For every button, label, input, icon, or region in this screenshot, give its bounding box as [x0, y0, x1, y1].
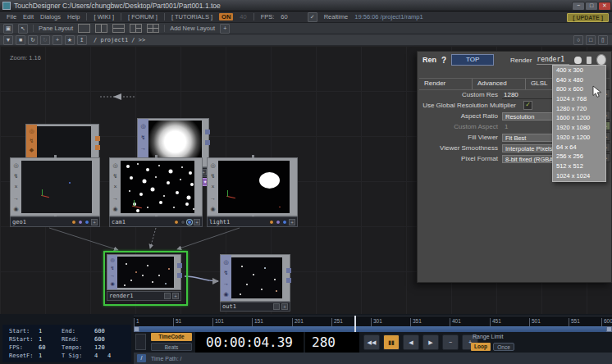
- display-flag-dot[interactable]: [84, 220, 89, 225]
- range-bar[interactable]: [134, 326, 612, 332]
- render1-viewer[interactable]: [117, 257, 174, 288]
- forum-link[interactable]: [ FORUM ]: [128, 13, 158, 20]
- export-flag-icon[interactable]: →: [112, 195, 118, 201]
- menu-dialogs[interactable]: Dialogs: [40, 13, 61, 20]
- render-flag-dot[interactable]: [71, 220, 76, 225]
- tab-advanced[interactable]: Advanced: [473, 79, 526, 89]
- render1-namebar[interactable]: render1 +: [107, 291, 181, 301]
- cook-flag-icon[interactable]: ↯: [30, 138, 34, 143]
- out1-namebar[interactable]: out1 +: [220, 302, 290, 312]
- param-label[interactable]: Viewer Smoothness: [418, 144, 502, 152]
- node-render1[interactable]: ◎ ↯ → ◉: [107, 254, 181, 290]
- pickable-flag-dot-off[interactable]: [180, 220, 185, 225]
- update-button[interactable]: [ UPDATE ]: [567, 13, 609, 22]
- out1-viewer[interactable]: [231, 257, 282, 298]
- breadcrumb[interactable]: / project1 / >>: [94, 37, 145, 43]
- output-connector[interactable]: [177, 273, 182, 278]
- pickable-flag-dot[interactable]: [276, 220, 281, 225]
- param-label[interactable]: Aspect Ratio: [418, 112, 502, 120]
- on-toggle[interactable]: ON: [219, 13, 233, 20]
- layout-preset-threesplit[interactable]: [130, 24, 142, 33]
- display-flag-dot[interactable]: [282, 220, 287, 225]
- output-connector[interactable]: [205, 140, 210, 145]
- menu-item[interactable]: 1920 x 1080: [553, 123, 605, 133]
- light1-viewer[interactable]: [218, 161, 290, 213]
- output-connector[interactable]: [286, 278, 291, 283]
- geo1-viewer[interactable]: [21, 161, 92, 213]
- layout-preset-vsplit[interactable]: [95, 24, 107, 33]
- viewer-flag-icon[interactable]: ◎: [210, 162, 215, 168]
- menu-item[interactable]: 1920 x 1200: [553, 133, 605, 143]
- comment-icon[interactable]: [574, 57, 582, 64]
- node-out1[interactable]: ◎ ↯ → ◉: [220, 254, 290, 302]
- viewer-mode-icon[interactable]: ▣: [3, 24, 13, 34]
- lock-button[interactable]: [273, 303, 280, 310]
- expand-plus-button[interactable]: +: [91, 219, 98, 225]
- output-connector[interactable]: [95, 145, 100, 150]
- viewer-flag-icon[interactable]: ◎: [112, 162, 117, 168]
- step-back-button[interactable]: −: [442, 334, 459, 350]
- menu-item[interactable]: 512 x 512: [553, 162, 605, 171]
- refresh-dim-icon[interactable]: ↻: [40, 35, 50, 45]
- viewer-flag-icon[interactable]: ◎: [223, 259, 228, 265]
- pointer-icon[interactable]: ↖: [18, 24, 28, 34]
- menu-item[interactable]: 256 x 256: [553, 152, 605, 162]
- wiki-link[interactable]: [ WIKI ]: [94, 13, 114, 20]
- pane-maximize-icon[interactable]: □: [586, 35, 596, 45]
- cook-flag-icon[interactable]: ↯: [211, 173, 216, 179]
- loop-button[interactable]: Loop: [471, 343, 491, 351]
- frame-ruler[interactable]: 1 51 101 151 201 251 301 351 401 451 501…: [134, 316, 612, 327]
- display-flag-dot[interactable]: [187, 220, 192, 225]
- beats-mode-button[interactable]: Beats: [151, 343, 192, 351]
- realtime-checkbox[interactable]: ✓: [308, 12, 317, 22]
- op-name-field[interactable]: render1: [537, 56, 569, 65]
- tutorials-link[interactable]: [ TUTORIALS ]: [171, 13, 212, 20]
- top-family-button[interactable]: TOP: [451, 54, 494, 66]
- viewer-flag-icon[interactable]: ◎: [29, 128, 34, 134]
- help-icon[interactable]: ?: [441, 56, 446, 65]
- export-flag-icon[interactable]: →: [110, 273, 115, 279]
- render-flag-icon[interactable]: ◆: [30, 147, 34, 152]
- expand-plus-button[interactable]: +: [172, 293, 179, 299]
- viewer-flag-icon[interactable]: ◎: [140, 123, 145, 129]
- layout-preset-quad[interactable]: [147, 24, 159, 33]
- expand-plus-button[interactable]: +: [289, 219, 295, 225]
- pane-pin-icon[interactable]: ▯: [598, 35, 608, 45]
- refresh-icon[interactable]: ↻: [28, 35, 38, 45]
- maximize-button[interactable]: □: [585, 2, 598, 11]
- display-flag-icon[interactable]: ◉: [210, 206, 215, 212]
- gear-icon[interactable]: [596, 54, 606, 66]
- export-flag-icon[interactable]: →: [210, 195, 216, 201]
- close-button[interactable]: ✕: [598, 2, 611, 11]
- playhead[interactable]: [354, 316, 356, 332]
- menu-item[interactable]: 640 x 480: [553, 75, 605, 85]
- param-label[interactable]: Use Global Resolution Multiplier: [418, 102, 520, 109]
- cook-flag-icon[interactable]: ↯: [110, 266, 114, 271]
- cook-flag-icon[interactable]: ↯: [141, 134, 146, 140]
- display-flag-icon[interactable]: ◉: [110, 281, 114, 287]
- cam1-namebar[interactable]: cam1 +: [109, 216, 203, 227]
- export-flag-icon[interactable]: →: [13, 195, 19, 201]
- param-label[interactable]: Custom Res: [418, 91, 502, 98]
- render-flag-dot[interactable]: [174, 220, 179, 225]
- node-cam1[interactable]: ◎ ↯ × → ◉: [109, 157, 203, 216]
- range-start-handle[interactable]: [134, 326, 139, 332]
- add-layout-button[interactable]: +: [220, 24, 230, 34]
- display-flag-icon[interactable]: ◉: [223, 291, 228, 297]
- param-label[interactable]: Pixel Format: [418, 155, 502, 162]
- layout-preset-hsplit[interactable]: [112, 24, 125, 33]
- menu-help[interactable]: Help: [67, 13, 80, 20]
- cam1-viewer[interactable]: [121, 161, 194, 213]
- render-flag-dot[interactable]: [269, 220, 274, 225]
- output-connector[interactable]: [177, 263, 182, 268]
- pane-circle-icon[interactable]: ○: [573, 35, 583, 45]
- input-connector[interactable]: [252, 155, 254, 158]
- bookmark-star-icon[interactable]: ★: [65, 35, 75, 45]
- play-reverse-button[interactable]: ◀: [403, 334, 419, 350]
- jump-to-start-button[interactable]: ◀◀: [363, 334, 380, 350]
- geo1-namebar[interactable]: geo1 +: [10, 216, 100, 227]
- input-connector[interactable]: [155, 155, 158, 158]
- param-label[interactable]: Fill Viewer: [418, 134, 502, 141]
- menu-edit[interactable]: Edit: [23, 13, 34, 20]
- output-connector[interactable]: [95, 136, 100, 141]
